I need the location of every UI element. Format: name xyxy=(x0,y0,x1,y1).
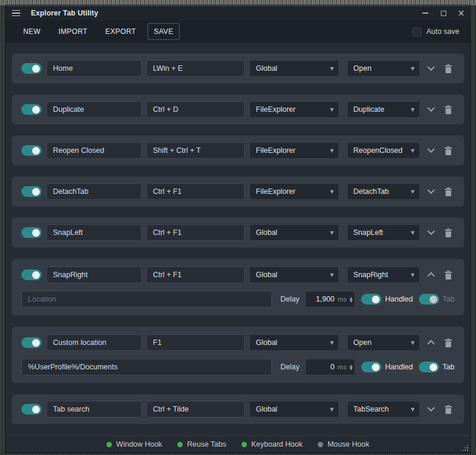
trash-icon xyxy=(444,405,452,414)
chevron-up-icon xyxy=(427,340,435,347)
hotkey-combo-input[interactable] xyxy=(146,142,245,159)
action-select[interactable]: SnapRight ▼ xyxy=(347,266,420,283)
enable-toggle[interactable] xyxy=(21,104,42,115)
hotkey-row-main: Global ▼ Open ▼ xyxy=(21,334,455,351)
handled-toggle[interactable] xyxy=(361,362,381,372)
spinner-down-icon[interactable]: ▼ xyxy=(350,367,353,371)
scope-select[interactable]: Global ▼ xyxy=(249,224,339,241)
status-label: Reuse Tabs xyxy=(187,440,226,448)
action-select[interactable]: Open ▼ xyxy=(347,334,420,351)
enable-toggle[interactable] xyxy=(21,145,42,156)
hotkey-combo-input[interactable] xyxy=(146,183,245,200)
hotkey-name-input[interactable] xyxy=(46,266,142,283)
action-select[interactable]: TabSearch ▼ xyxy=(347,401,420,418)
hotkey-combo-input[interactable] xyxy=(146,60,245,77)
chevron-down-icon: ▼ xyxy=(330,66,334,71)
action-select[interactable]: Duplicate ▼ xyxy=(347,101,420,118)
enable-toggle[interactable] xyxy=(21,404,42,415)
delay-value: 1,900 xyxy=(311,295,334,303)
status-item[interactable]: Keyboard Hook xyxy=(242,440,302,448)
autosave-checkbox[interactable] xyxy=(412,27,421,36)
hotkey-name-input[interactable] xyxy=(46,60,142,77)
hotkey-name-input[interactable] xyxy=(46,183,142,200)
scope-select[interactable]: Global ▼ xyxy=(249,60,339,77)
tab-toggle[interactable] xyxy=(419,362,439,372)
chevron-down-icon: ▼ xyxy=(411,148,415,153)
expand-button[interactable] xyxy=(425,102,437,117)
hotkey-name-input[interactable] xyxy=(46,224,142,241)
action-select[interactable]: SnapLeft ▼ xyxy=(347,224,420,241)
enable-toggle[interactable] xyxy=(21,63,42,74)
hotkey-combo-input[interactable] xyxy=(146,334,245,351)
hotkey-combo-input[interactable] xyxy=(146,401,245,418)
tab-toggle[interactable] xyxy=(419,294,439,305)
hotkey-name-input[interactable] xyxy=(46,401,142,418)
action-select[interactable]: Open ▼ xyxy=(347,60,420,77)
expand-button[interactable] xyxy=(425,184,437,199)
status-label: Keyboard Hook xyxy=(251,440,302,448)
delete-button[interactable] xyxy=(442,61,455,76)
hotkey-name-input[interactable] xyxy=(46,101,142,118)
handled-toggle[interactable] xyxy=(361,294,381,305)
expand-button[interactable] xyxy=(425,268,437,282)
maximize-icon[interactable] xyxy=(434,6,452,20)
spinner-down-icon[interactable]: ▼ xyxy=(350,299,353,303)
enable-toggle[interactable] xyxy=(21,337,42,348)
chevron-down-icon xyxy=(427,145,435,153)
export-button[interactable]: EXPORT xyxy=(99,23,143,40)
expand-button[interactable] xyxy=(425,225,437,240)
hotkey-combo-input[interactable] xyxy=(146,266,245,283)
status-item[interactable]: Reuse Tabs xyxy=(177,440,226,448)
enable-toggle[interactable] xyxy=(21,227,42,238)
delete-button[interactable] xyxy=(442,335,455,350)
delay-input[interactable]: 0 ms ▲ ▼ xyxy=(305,359,355,375)
delete-button[interactable] xyxy=(442,102,455,117)
enable-toggle[interactable] xyxy=(21,186,42,197)
import-button[interactable]: IMPORT xyxy=(52,23,94,40)
toolbar: NEW IMPORT EXPORT SAVE Auto save xyxy=(6,20,470,43)
chevron-down-icon: ▼ xyxy=(330,148,334,153)
hamburger-menu-icon[interactable] xyxy=(12,8,27,18)
expand-button[interactable] xyxy=(425,335,437,350)
scope-select[interactable]: Global ▼ xyxy=(249,334,339,351)
number-spinner[interactable]: ▲ ▼ xyxy=(350,364,353,371)
hotkey-name-input[interactable] xyxy=(46,142,142,159)
scope-select[interactable]: FileExplorer ▼ xyxy=(249,183,339,200)
scope-select[interactable]: Global ▼ xyxy=(249,266,339,283)
scope-select[interactable]: Global ▼ xyxy=(249,401,339,418)
delete-button[interactable] xyxy=(442,184,455,199)
chevron-down-icon: ▼ xyxy=(330,230,334,236)
action-select[interactable]: DetachTab ▼ xyxy=(347,183,420,200)
delete-button[interactable] xyxy=(442,225,455,240)
enable-toggle[interactable] xyxy=(21,269,42,280)
scope-select[interactable]: FileExplorer ▼ xyxy=(249,142,339,159)
delete-button[interactable] xyxy=(442,143,455,158)
save-button[interactable]: SAVE xyxy=(148,23,180,40)
expand-button[interactable] xyxy=(425,61,437,76)
hotkey-combo-input[interactable] xyxy=(146,224,245,241)
action-select[interactable]: ReopenClosed ▼ xyxy=(347,142,420,159)
hotkey-row: Global ▼ Open ▼ Delay 0 xyxy=(12,327,464,383)
location-input[interactable] xyxy=(21,359,272,375)
chevron-down-icon: ▼ xyxy=(411,272,415,278)
new-button[interactable]: NEW xyxy=(17,23,47,40)
location-input[interactable] xyxy=(21,291,272,307)
delay-input[interactable]: 1,900 ms ▲ ▼ xyxy=(305,291,355,307)
resize-grip[interactable] xyxy=(462,445,468,451)
close-icon[interactable]: × xyxy=(452,6,470,20)
chevron-down-icon: ▼ xyxy=(411,230,415,236)
delete-button[interactable] xyxy=(442,402,455,416)
minimize-icon[interactable] xyxy=(416,6,434,20)
status-item[interactable]: Window Hook xyxy=(107,440,162,448)
delay-unit-label: ms xyxy=(337,363,346,371)
hotkey-combo-input[interactable] xyxy=(146,101,245,118)
status-item[interactable]: Mouse Hook xyxy=(318,440,369,448)
expand-button[interactable] xyxy=(425,402,437,416)
delete-button[interactable] xyxy=(442,268,455,282)
expand-button[interactable] xyxy=(425,143,437,158)
number-spinner[interactable]: ▲ ▼ xyxy=(350,296,353,303)
hotkey-name-input[interactable] xyxy=(46,334,142,351)
hotkey-row: FileExplorer ▼ ReopenClosed ▼ xyxy=(12,136,464,165)
scope-select[interactable]: FileExplorer ▼ xyxy=(249,101,339,118)
action-value: ReopenClosed xyxy=(353,146,408,155)
